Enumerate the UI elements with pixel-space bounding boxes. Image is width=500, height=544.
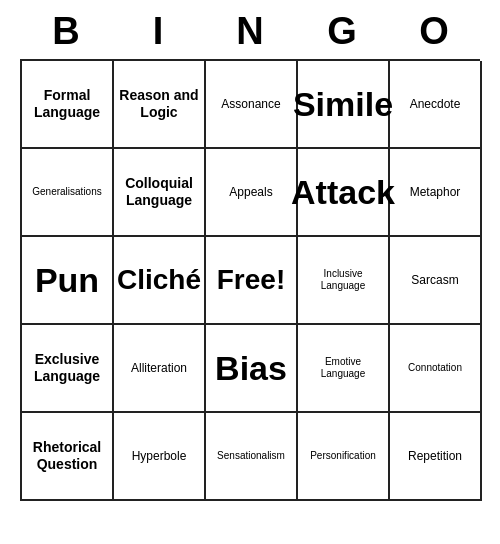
bingo-cell: Anecdote (390, 61, 482, 149)
bingo-cell-text: Sensationalism (217, 450, 285, 462)
bingo-cell: Metaphor (390, 149, 482, 237)
bingo-cell-text: Reason and Logic (118, 87, 200, 121)
bingo-cell: Formal Language (22, 61, 114, 149)
bingo-letter: B (43, 10, 89, 53)
bingo-cell-text: Bias (215, 348, 287, 389)
bingo-cell-text: Repetition (408, 449, 462, 463)
bingo-cell-text: Appeals (229, 185, 272, 199)
bingo-cell: Generalisations (22, 149, 114, 237)
bingo-letter: N (227, 10, 273, 53)
bingo-cell-text: Personification (310, 450, 376, 462)
bingo-cell: Reason and Logic (114, 61, 206, 149)
bingo-cell: Sensationalism (206, 413, 298, 501)
bingo-cell: Inclusive Language (298, 237, 390, 325)
bingo-cell: Free! (206, 237, 298, 325)
bingo-cell: Bias (206, 325, 298, 413)
bingo-cell-text: Metaphor (410, 185, 461, 199)
bingo-cell: Repetition (390, 413, 482, 501)
bingo-cell: Simile (298, 61, 390, 149)
bingo-cell-text: Simile (293, 84, 393, 125)
bingo-cell: Emotive Language (298, 325, 390, 413)
bingo-cell-text: Inclusive Language (302, 268, 384, 292)
bingo-letter: O (411, 10, 457, 53)
bingo-cell: Rhetorical Question (22, 413, 114, 501)
bingo-cell-text: Exclusive Language (26, 351, 108, 385)
bingo-cell: Hyperbole (114, 413, 206, 501)
bingo-cell-text: Connotation (408, 362, 462, 374)
bingo-cell: Personification (298, 413, 390, 501)
bingo-cell-text: Generalisations (32, 186, 101, 198)
bingo-cell-text: Colloquial Language (118, 175, 200, 209)
bingo-cell: Assonance (206, 61, 298, 149)
bingo-letter: I (135, 10, 181, 53)
bingo-cell-text: Rhetorical Question (26, 439, 108, 473)
bingo-cell: Colloquial Language (114, 149, 206, 237)
bingo-grid: Formal LanguageReason and LogicAssonance… (20, 59, 480, 501)
bingo-letter: G (319, 10, 365, 53)
bingo-header: BINGO (20, 0, 480, 59)
bingo-cell: Appeals (206, 149, 298, 237)
bingo-cell-text: Anecdote (410, 97, 461, 111)
bingo-cell: Cliché (114, 237, 206, 325)
bingo-cell-text: Free! (217, 263, 285, 297)
bingo-cell-text: Assonance (221, 97, 280, 111)
bingo-cell-text: Pun (35, 260, 99, 301)
bingo-cell-text: Alliteration (131, 361, 187, 375)
bingo-cell-text: Emotive Language (302, 356, 384, 380)
bingo-cell: Sarcasm (390, 237, 482, 325)
bingo-cell: Exclusive Language (22, 325, 114, 413)
bingo-cell: Pun (22, 237, 114, 325)
bingo-cell-text: Attack (291, 172, 395, 213)
bingo-cell-text: Hyperbole (132, 449, 187, 463)
bingo-cell-text: Sarcasm (411, 273, 458, 287)
bingo-cell: Attack (298, 149, 390, 237)
bingo-cell-text: Cliché (117, 263, 201, 297)
bingo-cell: Alliteration (114, 325, 206, 413)
bingo-cell-text: Formal Language (26, 87, 108, 121)
bingo-cell: Connotation (390, 325, 482, 413)
